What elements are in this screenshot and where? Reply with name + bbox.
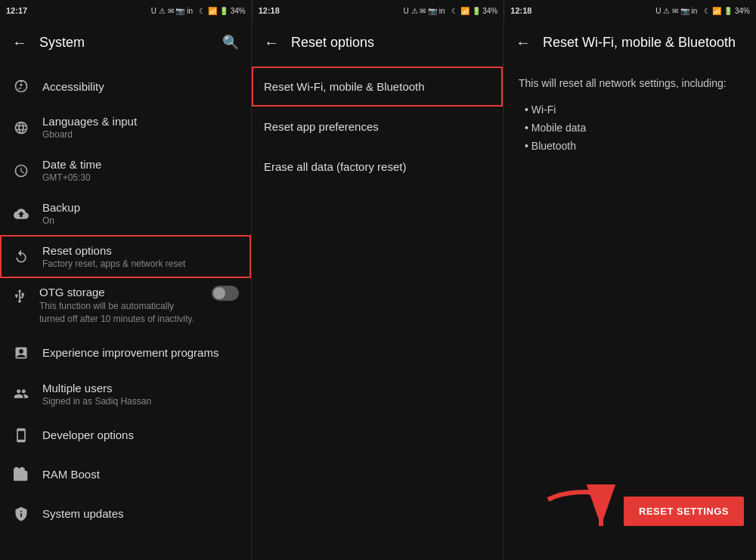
reset-item-app[interactable]: Reset app preferences <box>252 107 503 147</box>
icons-3: U ⚠ ✉ 📷 in ☾ 📶 🔋 34% <box>655 7 750 15</box>
systemupdates-title: System updates <box>42 507 124 520</box>
accessibility-icon <box>12 77 30 95</box>
developer-text: Developer options <box>42 429 134 441</box>
ramboost-title: RAM Boost <box>42 468 100 481</box>
otg-toggle-thumb <box>213 287 225 299</box>
panel-system: ← System 🔍 Accessibility Languages & inp… <box>0 21 252 560</box>
datetime-text: Date & time GMT+05:30 <box>42 158 101 183</box>
users-text: Multiple users Signed in as Sadiq Hassan <box>42 382 151 407</box>
otg-icon <box>12 289 27 306</box>
reset-settings-button[interactable]: RESET SETTINGS <box>624 497 744 526</box>
bullet-bluetooth: Bluetooth <box>519 140 741 152</box>
reset-options-header: ← Reset options <box>252 21 503 63</box>
menu-item-systemupdates[interactable]: System updates <box>0 494 251 534</box>
time-2: 12:18 <box>259 6 280 15</box>
users-title: Multiple users <box>42 382 151 394</box>
system-search-icon[interactable]: 🔍 <box>222 34 239 51</box>
reset-subtitle: Factory reset, apps & network reset <box>42 258 185 269</box>
backup-icon <box>12 205 30 223</box>
menu-item-developer[interactable]: Developer options <box>0 416 251 455</box>
users-subtitle: Signed in as Sadiq Hassan <box>42 396 151 407</box>
system-back-button[interactable]: ← <box>12 34 27 51</box>
reset-wifi-title: Reset Wi-Fi, mobile & Bluetooth <box>543 35 736 51</box>
time-1: 12:17 <box>6 6 27 15</box>
menu-item-languages[interactable]: Languages & input Gboard <box>0 106 251 149</box>
icons-1: U ⚠ ✉ 📷 in ☾ 📶 🔋 34% <box>151 7 246 15</box>
reset-factory-label: Erase all data (factory reset) <box>264 160 406 173</box>
experience-text: Experience improvement programs <box>42 346 218 359</box>
reset-app-label: Reset app preferences <box>264 120 379 133</box>
languages-text: Languages & input Gboard <box>42 115 137 140</box>
red-arrow-icon <box>541 484 616 537</box>
developer-title: Developer options <box>42 429 134 441</box>
status-bar-3: 12:18 U ⚠ ✉ 📷 in ☾ 📶 🔋 34% <box>504 0 756 21</box>
reset-title: Reset options <box>42 244 185 257</box>
backup-title: Backup <box>42 201 80 214</box>
datetime-title: Date & time <box>42 158 101 171</box>
menu-item-reset[interactable]: Reset options Factory reset, apps & netw… <box>0 235 251 278</box>
reset-options-list: Reset Wi-Fi, mobile & Bluetooth Reset ap… <box>252 63 503 560</box>
systemupdates-text: System updates <box>42 507 124 520</box>
system-menu-list: Accessibility Languages & input Gboard D… <box>0 63 251 560</box>
otg-subtitle: This function will be automatically turn… <box>39 300 200 326</box>
menu-item-otg[interactable]: OTG storage This function will be automa… <box>0 278 251 333</box>
backup-subtitle: On <box>42 215 80 226</box>
menu-item-ramboost[interactable]: RAM Boost <box>0 455 251 494</box>
users-icon <box>12 385 30 403</box>
status-bar-1: 12:17 U ⚠ ✉ 📷 in ☾ 📶 🔋 34% <box>0 0 252 21</box>
datetime-icon <box>12 162 30 180</box>
otg-toggle[interactable] <box>212 286 239 301</box>
systemupdates-icon <box>12 505 30 523</box>
languages-icon <box>12 119 30 137</box>
languages-subtitle: Gboard <box>42 129 137 140</box>
developer-icon <box>12 426 30 444</box>
reset-options-title: Reset options <box>291 35 374 51</box>
time-3: 12:18 <box>510 6 531 15</box>
reset-wifi-label: Reset Wi-Fi, mobile & Bluetooth <box>264 80 425 93</box>
experience-icon <box>12 344 30 362</box>
system-header: ← System 🔍 <box>0 21 251 63</box>
ramboost-icon <box>12 466 30 484</box>
menu-item-accessibility[interactable]: Accessibility <box>0 67 251 106</box>
reset-options-back-button[interactable]: ← <box>264 34 279 51</box>
accessibility-title: Accessibility <box>42 80 104 93</box>
menu-item-datetime[interactable]: Date & time GMT+05:30 <box>0 149 251 192</box>
menu-item-backup[interactable]: Backup On <box>0 192 251 235</box>
panel-reset-options: ← Reset options Reset Wi-Fi, mobile & Bl… <box>252 21 503 560</box>
accessibility-text: Accessibility <box>42 80 104 93</box>
otg-text: OTG storage This function will be automa… <box>39 286 200 326</box>
datetime-subtitle: GMT+05:30 <box>42 172 101 183</box>
reset-wifi-header: ← Reset Wi-Fi, mobile & Bluetooth <box>503 21 756 63</box>
system-title: System <box>39 35 85 51</box>
panels: ← System 🔍 Accessibility Languages & inp… <box>0 21 756 560</box>
bullet-mobile: Mobile data <box>519 122 741 134</box>
menu-item-experience[interactable]: Experience improvement programs <box>0 333 251 373</box>
reset-wifi-back-button[interactable]: ← <box>516 34 531 51</box>
reset-wifi-footer: RESET SETTINGS <box>503 469 756 560</box>
reset-icon <box>12 248 30 266</box>
otg-title: OTG storage <box>39 286 200 299</box>
backup-text: Backup On <box>42 201 80 226</box>
panel-reset-wifi: ← Reset Wi-Fi, mobile & Bluetooth This w… <box>503 21 756 560</box>
status-bar-2: 12:18 U ⚠ ✉ 📷 in ☾ 📶 🔋 34% <box>253 0 504 21</box>
ramboost-text: RAM Boost <box>42 468 100 481</box>
reset-text: Reset options Factory reset, apps & netw… <box>42 244 185 269</box>
experience-title: Experience improvement programs <box>42 346 218 359</box>
status-bars: 12:17 U ⚠ ✉ 📷 in ☾ 📶 🔋 34% 12:18 U ⚠ ✉ 📷… <box>0 0 756 21</box>
icons-2: U ⚠ ✉ 📷 in ☾ 📶 🔋 34% <box>404 7 498 15</box>
menu-item-users[interactable]: Multiple users Signed in as Sadiq Hassan <box>0 373 251 416</box>
languages-title: Languages & input <box>42 115 137 128</box>
reset-wifi-content: This will reset all network settings, in… <box>503 63 756 469</box>
reset-item-factory[interactable]: Erase all data (factory reset) <box>252 147 503 187</box>
reset-item-wifi[interactable]: Reset Wi-Fi, mobile & Bluetooth <box>252 67 503 107</box>
reset-wifi-description: This will reset all network settings, in… <box>519 76 741 91</box>
reset-wifi-bullets: Wi-Fi Mobile data Bluetooth <box>519 104 741 152</box>
bullet-wifi: Wi-Fi <box>519 104 741 116</box>
